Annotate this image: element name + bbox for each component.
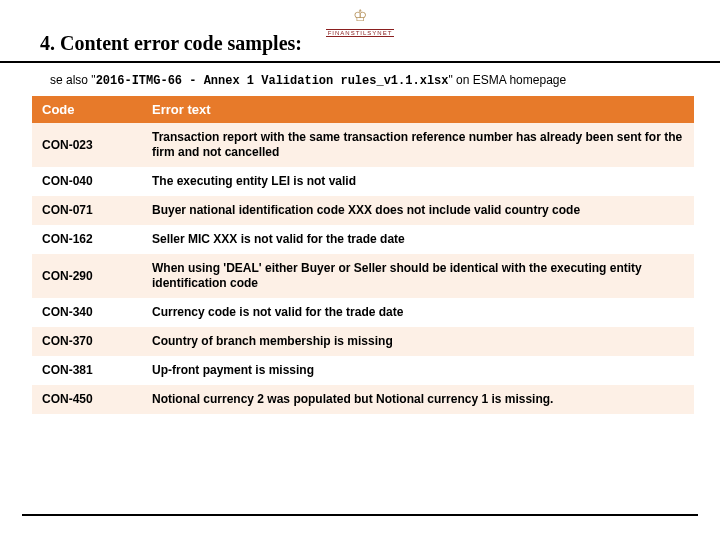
table-row: CON-023Transaction report with the same …	[32, 123, 694, 167]
cell-text: When using 'DEAL' either Buyer or Seller…	[142, 254, 694, 298]
table-row: CON-450Notional currency 2 was populated…	[32, 385, 694, 414]
cell-text: Up-front payment is missing	[142, 356, 694, 385]
cell-code: CON-290	[32, 254, 142, 298]
cell-code: CON-381	[32, 356, 142, 385]
cell-code: CON-023	[32, 123, 142, 167]
cell-code: CON-340	[32, 298, 142, 327]
table-header-row: Code Error text	[32, 96, 694, 123]
table-row: CON-071Buyer national identification cod…	[32, 196, 694, 225]
cell-text: Seller MIC XXX is not valid for the trad…	[142, 225, 694, 254]
subtitle-prefix: se also "	[50, 73, 96, 87]
cell-code: CON-071	[32, 196, 142, 225]
subtitle-filename: 2016-ITMG-66 - Annex 1 Validation rules_…	[96, 74, 449, 88]
cell-text: Transaction report with the same transac…	[142, 123, 694, 167]
subtitle-suffix: " on ESMA homepage	[448, 73, 566, 87]
cell-text: The executing entity LEI is not valid	[142, 167, 694, 196]
table-row: CON-290When using 'DEAL' either Buyer or…	[32, 254, 694, 298]
header-text: Error text	[142, 96, 694, 123]
cell-code: CON-040	[32, 167, 142, 196]
cell-code: CON-370	[32, 327, 142, 356]
logo-brand: FINANSTILSYNET	[326, 29, 395, 37]
cell-code: CON-450	[32, 385, 142, 414]
footer-divider	[22, 514, 698, 516]
error-code-table: Code Error text CON-023Transaction repor…	[32, 96, 694, 414]
crown-icon: ♔	[0, 8, 720, 24]
subtitle: se also "2016-ITMG-66 - Annex 1 Validati…	[0, 63, 720, 96]
cell-code: CON-162	[32, 225, 142, 254]
cell-text: Buyer national identification code XXX d…	[142, 196, 694, 225]
table-row: CON-370Country of branch membership is m…	[32, 327, 694, 356]
header-code: Code	[32, 96, 142, 123]
cell-text: Notional currency 2 was populated but No…	[142, 385, 694, 414]
page-title: 4. Content error code samples:	[40, 32, 302, 54]
table-row: CON-340Currency code is not valid for th…	[32, 298, 694, 327]
table-row: CON-162Seller MIC XXX is not valid for t…	[32, 225, 694, 254]
cell-text: Currency code is not valid for the trade…	[142, 298, 694, 327]
table-row: CON-381Up-front payment is missing	[32, 356, 694, 385]
cell-text: Country of branch membership is missing	[142, 327, 694, 356]
table-row: CON-040The executing entity LEI is not v…	[32, 167, 694, 196]
